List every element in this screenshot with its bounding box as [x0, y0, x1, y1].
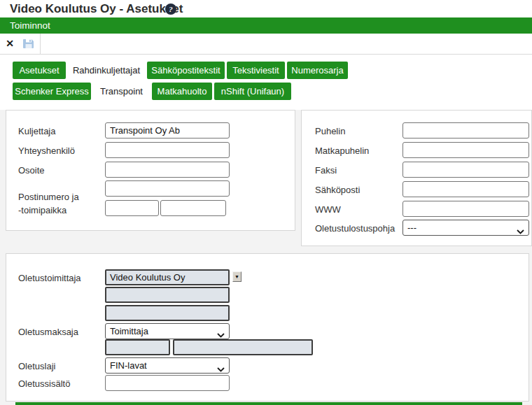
oletustoimittaja-extra2-field: [105, 305, 230, 321]
oletusmaksaja-select[interactable]: Toimittaja: [105, 323, 230, 339]
oletuslaji-select[interactable]: FIN-lavat: [105, 357, 230, 374]
menu-toiminnot[interactable]: Toiminnot: [10, 17, 50, 34]
oletussisalto-input[interactable]: [105, 375, 230, 391]
matkapuhelin-label: Matkapuhelin: [315, 145, 369, 156]
osoite-label: Osoite: [18, 165, 45, 176]
app-window: Video Koulutus Oy - Asetukset ? Toiminno…: [0, 0, 532, 405]
oletuslaji-value: FIN-lavat: [110, 360, 147, 371]
oletuslaji-label: Oletuslaji: [18, 361, 55, 371]
tab-asetukset[interactable]: Asetukset: [13, 62, 66, 79]
sahkoposti-label: Sähköposti: [315, 185, 360, 195]
tab-tekstiviestit[interactable]: Tekstiviestit: [227, 62, 285, 79]
save-icon[interactable]: [22, 37, 35, 50]
osoite-input[interactable]: [105, 162, 230, 178]
toolbar: ✕: [0, 34, 532, 55]
yhteyshenkilo-label: Yhteyshenkilö: [18, 145, 75, 156]
chevron-down-icon: [517, 226, 524, 236]
oletusmaksaja-value: Toimittaja: [110, 326, 148, 336]
toolbar-divider: [40, 34, 41, 54]
tab-rahdinkuljettajat[interactable]: Rahdinkuljettajat: [68, 62, 145, 79]
postinumero-label-line1: Postinumero ja: [18, 192, 79, 202]
tab-numerosarja[interactable]: Numerosarja: [287, 62, 348, 79]
kuljettaja-input[interactable]: [105, 122, 230, 138]
www-label: WWW: [315, 204, 341, 215]
tab-sahkopostitekstit[interactable]: Sähköpostitekstit: [147, 62, 225, 79]
oletustoimittaja-label: Oletustoimittaja: [18, 273, 81, 283]
chevron-down-icon: [217, 329, 225, 340]
header-area: Video Koulutus Oy - Asetukset ? Toiminno…: [0, 0, 532, 110]
faksi-input[interactable]: [402, 162, 529, 178]
combo-arrow-icon[interactable]: ▼: [232, 271, 241, 282]
cutoff-section-bar: [15, 402, 522, 405]
www-input[interactable]: [402, 201, 529, 217]
chevron-down-icon: [217, 364, 225, 374]
faksi-label: Faksi: [315, 165, 337, 176]
defaults-panel: [6, 253, 529, 402]
oletustoimittaja-combo[interactable]: Video Koulutus Oy: [105, 269, 230, 285]
page-title: Video Koulutus Oy - Asetukset: [10, 2, 183, 16]
tab-transpoint[interactable]: Transpoint: [93, 83, 150, 100]
postinumero-label-line2: -toimipaikka: [18, 205, 66, 215]
oletusmaksaja-name-field: [173, 339, 313, 355]
puhelin-input[interactable]: [402, 122, 529, 138]
matkapuhelin-input[interactable]: [402, 142, 529, 158]
oletustulostuspohja-value: ---: [407, 222, 416, 233]
yhteyshenkilo-input[interactable]: [105, 142, 230, 158]
menubar: Toiminnot: [0, 17, 532, 34]
osoite2-input[interactable]: [105, 180, 230, 197]
oletustoimittaja-value: Video Koulutus Oy: [110, 272, 185, 283]
tab-nshift-unifaun[interactable]: nShift (Unifaun): [214, 83, 291, 100]
puhelin-label: Puhelin: [315, 126, 345, 136]
oletusmaksaja-code-field: [105, 339, 170, 355]
oletustoimittaja-extra1-field: [105, 287, 230, 303]
oletussisalto-label: Oletussisältö: [18, 378, 70, 389]
oletustulostuspohja-select[interactable]: ---: [402, 220, 529, 236]
close-icon[interactable]: ✕: [4, 37, 16, 50]
kuljettaja-label: Kuljettaja: [18, 126, 55, 136]
postinumero-input[interactable]: [105, 200, 159, 216]
toimipaikka-input[interactable]: [160, 200, 226, 216]
tab-schenker-express[interactable]: Schenker Express: [13, 83, 91, 100]
help-icon[interactable]: ?: [165, 3, 176, 15]
sahkoposti-input[interactable]: [402, 181, 529, 197]
oletustulostuspohja-label: Oletustulostuspohja: [315, 223, 395, 234]
tab-matkahuolto[interactable]: Matkahuolto: [152, 83, 212, 100]
oletusmaksaja-label: Oletusmaksaja: [18, 327, 78, 337]
